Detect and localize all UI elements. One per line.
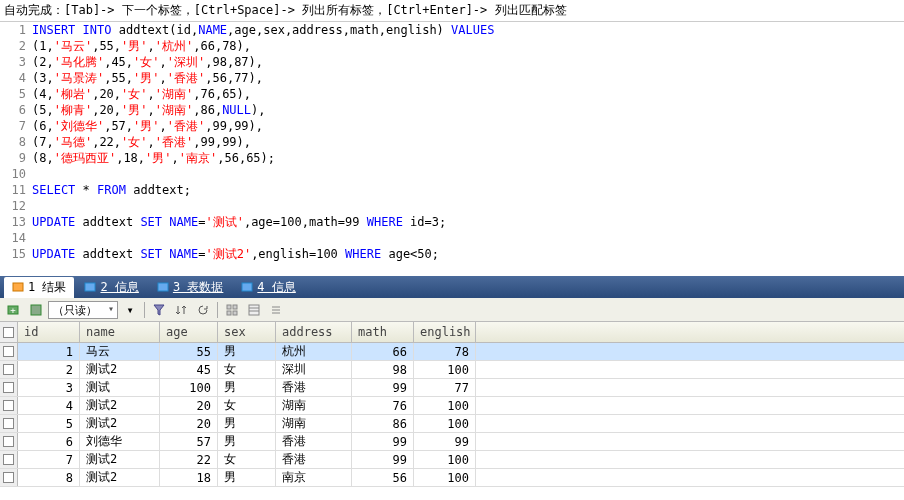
tab-1[interactable]: 2 信息 — [76, 277, 146, 298]
cell-address[interactable]: 香港 — [276, 433, 352, 450]
export-icon[interactable] — [26, 300, 46, 320]
col-header-age[interactable]: age — [160, 322, 218, 342]
cell-name[interactable]: 测试2 — [80, 397, 160, 414]
row-checkbox[interactable] — [0, 451, 18, 468]
table-row[interactable]: 4测试220女湖南76100 — [0, 397, 904, 415]
cell-sex[interactable]: 男 — [218, 433, 276, 450]
cell-sex[interactable]: 男 — [218, 343, 276, 360]
table-row[interactable]: 3测试100男香港9977 — [0, 379, 904, 397]
cell-english[interactable]: 100 — [414, 451, 476, 468]
cell-math[interactable]: 76 — [352, 397, 414, 414]
cell-name[interactable]: 测试2 — [80, 415, 160, 432]
cell-math[interactable]: 99 — [352, 379, 414, 396]
row-checkbox[interactable] — [0, 343, 18, 360]
cell-age[interactable]: 100 — [160, 379, 218, 396]
col-header-math[interactable]: math — [352, 322, 414, 342]
cell-address[interactable]: 香港 — [276, 379, 352, 396]
table-row[interactable]: 6刘德华57男香港9999 — [0, 433, 904, 451]
cell-math[interactable]: 66 — [352, 343, 414, 360]
grid-header-row: id name age sex address math english — [0, 322, 904, 343]
cell-sex[interactable]: 男 — [218, 379, 276, 396]
cell-age[interactable]: 57 — [160, 433, 218, 450]
cell-age[interactable]: 45 — [160, 361, 218, 378]
cell-math[interactable]: 98 — [352, 361, 414, 378]
cell-english[interactable]: 77 — [414, 379, 476, 396]
mode-select[interactable]: （只读） — [48, 301, 118, 319]
cell-address[interactable]: 南京 — [276, 469, 352, 486]
row-checkbox[interactable] — [0, 433, 18, 450]
cell-sex[interactable]: 男 — [218, 469, 276, 486]
sql-editor[interactable]: 123456789101112131415 INSERT INTO addtex… — [0, 22, 904, 276]
cell-sex[interactable]: 女 — [218, 451, 276, 468]
cell-address[interactable]: 湖南 — [276, 415, 352, 432]
text-view-icon[interactable] — [266, 300, 286, 320]
tab-3[interactable]: 4 信息 — [233, 277, 303, 298]
cell-english[interactable]: 99 — [414, 433, 476, 450]
table-row[interactable]: 8测试218男南京56100 — [0, 469, 904, 487]
tab-2[interactable]: 3 表数据 — [149, 277, 231, 298]
cell-math[interactable]: 56 — [352, 469, 414, 486]
cell-address[interactable]: 湖南 — [276, 397, 352, 414]
cell-age[interactable]: 22 — [160, 451, 218, 468]
select-all-checkbox[interactable] — [0, 322, 18, 342]
cell-name[interactable]: 测试2 — [80, 469, 160, 486]
tab-0[interactable]: 1 结果 — [4, 277, 74, 298]
row-checkbox[interactable] — [0, 469, 18, 486]
add-row-icon[interactable]: + — [4, 300, 24, 320]
svg-rect-7 — [227, 305, 231, 309]
table-row[interactable]: 5测试220男湖南86100 — [0, 415, 904, 433]
cell-age[interactable]: 20 — [160, 415, 218, 432]
cell-math[interactable]: 86 — [352, 415, 414, 432]
cell-age[interactable]: 55 — [160, 343, 218, 360]
cell-name[interactable]: 马云 — [80, 343, 160, 360]
code-area[interactable]: INSERT INTO addtext(id,NAME,age,sex,addr… — [32, 22, 904, 276]
cell-sex[interactable]: 女 — [218, 397, 276, 414]
col-header-sex[interactable]: sex — [218, 322, 276, 342]
cell-sex[interactable]: 女 — [218, 361, 276, 378]
row-checkbox[interactable] — [0, 397, 18, 414]
cell-id[interactable]: 6 — [18, 433, 80, 450]
col-header-english[interactable]: english — [414, 322, 476, 342]
row-checkbox[interactable] — [0, 361, 18, 378]
row-checkbox[interactable] — [0, 415, 18, 432]
cell-id[interactable]: 8 — [18, 469, 80, 486]
col-header-name[interactable]: name — [80, 322, 160, 342]
cell-id[interactable]: 5 — [18, 415, 80, 432]
form-view-icon[interactable] — [244, 300, 264, 320]
cell-math[interactable]: 99 — [352, 433, 414, 450]
table-row[interactable]: 1马云55男杭州6678 — [0, 343, 904, 361]
cell-age[interactable]: 18 — [160, 469, 218, 486]
filter-icon[interactable] — [149, 300, 169, 320]
row-checkbox[interactable] — [0, 379, 18, 396]
cell-english[interactable]: 100 — [414, 415, 476, 432]
cell-id[interactable]: 1 — [18, 343, 80, 360]
cell-math[interactable]: 99 — [352, 451, 414, 468]
cell-address[interactable]: 深圳 — [276, 361, 352, 378]
cell-name[interactable]: 刘德华 — [80, 433, 160, 450]
dropdown-arrow-icon[interactable]: ▾ — [120, 300, 140, 320]
cell-name[interactable]: 测试 — [80, 379, 160, 396]
cell-english[interactable]: 100 — [414, 397, 476, 414]
cell-english[interactable]: 78 — [414, 343, 476, 360]
cell-address[interactable]: 杭州 — [276, 343, 352, 360]
cell-name[interactable]: 测试2 — [80, 361, 160, 378]
refresh-icon[interactable] — [193, 300, 213, 320]
cell-age[interactable]: 20 — [160, 397, 218, 414]
cell-id[interactable]: 4 — [18, 397, 80, 414]
cell-address[interactable]: 香港 — [276, 451, 352, 468]
col-header-id[interactable]: id — [18, 322, 80, 342]
svg-rect-11 — [249, 305, 259, 315]
cell-sex[interactable]: 男 — [218, 415, 276, 432]
cell-english[interactable]: 100 — [414, 469, 476, 486]
grid-view-icon[interactable] — [222, 300, 242, 320]
cell-english[interactable]: 100 — [414, 361, 476, 378]
col-header-address[interactable]: address — [276, 322, 352, 342]
sort-icon[interactable] — [171, 300, 191, 320]
table-row[interactable]: 2测试245女深圳98100 — [0, 361, 904, 379]
cell-id[interactable]: 2 — [18, 361, 80, 378]
tab-label: 1 结果 — [28, 279, 66, 296]
cell-id[interactable]: 3 — [18, 379, 80, 396]
table-row[interactable]: 7测试222女香港99100 — [0, 451, 904, 469]
cell-name[interactable]: 测试2 — [80, 451, 160, 468]
cell-id[interactable]: 7 — [18, 451, 80, 468]
